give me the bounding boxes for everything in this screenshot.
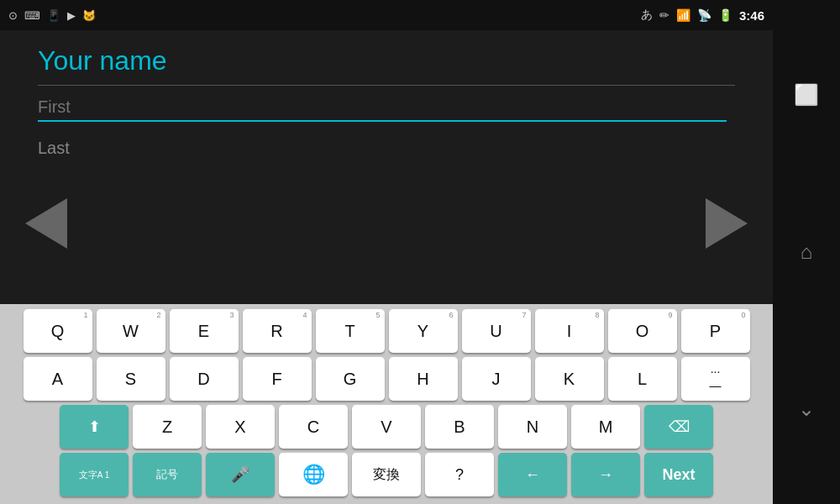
first-name-input[interactable] xyxy=(38,97,727,122)
key-arrow-right[interactable]: → xyxy=(571,453,640,496)
back-nav-icon[interactable]: ⌄ xyxy=(798,397,815,421)
key-question[interactable]: ? xyxy=(425,453,494,496)
first-name-field[interactable] xyxy=(0,86,773,123)
key-ellipsis-dash[interactable]: ···— xyxy=(681,357,750,401)
keyboard-row-1: 1Q 2W 3E 4R 5T 6Y 7U 8I 9O 0P xyxy=(3,309,769,353)
key-arrow-left[interactable]: ← xyxy=(498,453,567,496)
app-area: Your name Last 1Q 2W 3E 4R 5T 6Y 7U 8I 9… xyxy=(0,30,773,504)
last-name-field: Last xyxy=(0,123,773,160)
key-n[interactable]: N xyxy=(498,405,567,449)
key-kigo[interactable]: 記号 xyxy=(133,453,202,496)
key-z[interactable]: Z xyxy=(133,405,202,449)
keyboard-row-4: 文字A 1 記号 🎤 🌐 変換 ? ← → Next xyxy=(3,453,769,496)
key-e[interactable]: 3E xyxy=(170,309,239,353)
key-g[interactable]: G xyxy=(316,357,385,401)
key-i[interactable]: 8I xyxy=(535,309,604,353)
key-henkan[interactable]: 変換 xyxy=(352,453,421,496)
key-r[interactable]: 4R xyxy=(243,309,312,353)
key-moji[interactable]: 文字A 1 xyxy=(60,453,129,496)
key-p[interactable]: 0P xyxy=(681,309,750,353)
key-w[interactable]: 2W xyxy=(97,309,165,353)
key-k[interactable]: K xyxy=(535,357,604,401)
key-h[interactable]: H xyxy=(389,357,458,401)
japanese-icon: あ xyxy=(641,8,653,23)
app-icon: ⊙ xyxy=(8,9,18,22)
keyboard-icon: ⌨ xyxy=(24,9,40,22)
key-x[interactable]: X xyxy=(206,405,275,449)
key-o[interactable]: 9O xyxy=(608,309,677,353)
arrow-right-button[interactable] xyxy=(697,194,756,253)
status-left-icons: ⊙ ⌨ 📱 ▶ 🐱 xyxy=(8,9,96,22)
key-mic[interactable]: 🎤 xyxy=(206,453,275,496)
edit-icon: ✏ xyxy=(659,8,669,22)
key-a[interactable]: A xyxy=(24,357,92,401)
key-q[interactable]: 1Q xyxy=(24,309,92,353)
key-backspace[interactable]: ⌫ xyxy=(644,405,713,449)
key-b[interactable]: B xyxy=(425,405,494,449)
window-nav-icon[interactable]: ⬜ xyxy=(794,83,819,107)
keyboard-row-2: A S D F G H J K L ···— xyxy=(3,357,769,401)
key-u[interactable]: 7U xyxy=(462,309,531,353)
arrow-right-icon xyxy=(706,198,748,249)
keyboard-row-3: ⬆ Z X C V B N M ⌫ xyxy=(3,405,769,449)
signal-icon: 📡 xyxy=(697,8,711,22)
page-title: Your name xyxy=(0,30,773,85)
next-button[interactable]: Next xyxy=(644,453,713,496)
keyboard: 1Q 2W 3E 4R 5T 6Y 7U 8I 9O 0P A S D F G … xyxy=(0,304,773,504)
status-right-icons: あ ✏ 📶 📡 🔋 3:46 xyxy=(641,8,764,23)
status-time: 3:46 xyxy=(739,8,764,23)
key-t[interactable]: 5T xyxy=(316,309,385,353)
key-shift[interactable]: ⬆ xyxy=(60,405,129,449)
tablet-icon: 📱 xyxy=(47,9,60,22)
wifi-icon: 📶 xyxy=(676,8,690,22)
last-name-label: Last xyxy=(38,139,70,157)
battery-icon: 🔋 xyxy=(718,8,732,22)
key-y[interactable]: 6Y xyxy=(389,309,458,353)
arrow-area xyxy=(0,165,773,282)
key-j[interactable]: J xyxy=(462,357,531,401)
key-f[interactable]: F xyxy=(243,357,312,401)
play-icon: ▶ xyxy=(67,9,76,22)
key-d[interactable]: D xyxy=(170,357,239,401)
home-nav-icon[interactable]: ⌂ xyxy=(801,240,813,264)
key-m[interactable]: M xyxy=(571,405,640,449)
arrow-left-button[interactable] xyxy=(17,194,76,253)
key-v[interactable]: V xyxy=(352,405,421,449)
cat-icon: 🐱 xyxy=(82,9,96,22)
key-l[interactable]: L xyxy=(608,357,677,401)
status-bar: ⊙ ⌨ 📱 ▶ 🐱 あ ✏ 📶 📡 🔋 3:46 xyxy=(0,0,773,30)
arrow-left-icon xyxy=(25,198,67,249)
key-s[interactable]: S xyxy=(97,357,165,401)
key-c[interactable]: C xyxy=(279,405,348,449)
nav-bar: ⬜ ⌂ ⌄ xyxy=(773,0,840,504)
key-globe[interactable]: 🌐 xyxy=(279,453,348,496)
